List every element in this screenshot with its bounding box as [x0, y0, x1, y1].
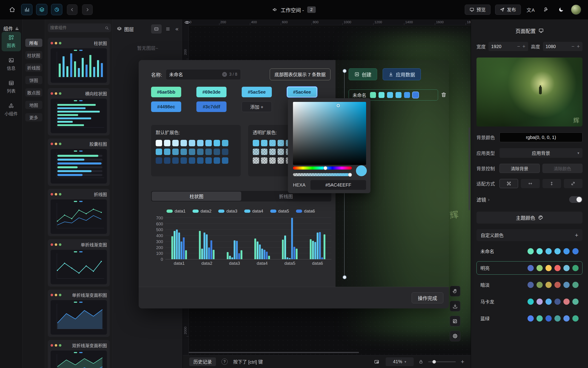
preview-button[interactable]: 预览	[465, 5, 490, 15]
default-ext-color-cell[interactable]	[189, 148, 195, 155]
tab-柱状图[interactable]: 柱状图	[152, 192, 241, 201]
sidebar-item-widgets[interactable]: 小组件	[2, 100, 21, 120]
pie-tool-button[interactable]	[51, 4, 62, 15]
bar[interactable]	[317, 232, 318, 259]
default-ext-color-cell[interactable]	[205, 148, 212, 155]
default-ext-color-cell[interactable]	[172, 148, 179, 155]
add-icon[interactable]: +	[575, 232, 578, 239]
help-icon[interactable]: ?	[221, 359, 228, 365]
height-minus[interactable]: −	[571, 44, 574, 49]
default-ext-color-cell[interactable]	[189, 140, 195, 146]
bar[interactable]	[312, 241, 314, 259]
canvas-vertical-scrollbar[interactable]	[469, 128, 470, 210]
height-stepper[interactable]: 1080 − +	[543, 42, 583, 51]
component-card-line1[interactable]: 单折线渐变图	[48, 239, 110, 286]
bar[interactable]	[231, 257, 233, 259]
apply-data-button[interactable]: 应用数据	[383, 68, 421, 80]
theme-row-未命名[interactable]: 未命名	[477, 245, 582, 258]
bar[interactable]	[314, 242, 316, 259]
category-所有[interactable]: 所有	[25, 39, 42, 47]
bar[interactable]	[319, 232, 321, 259]
bar[interactable]	[287, 257, 288, 259]
bar[interactable]	[234, 240, 235, 259]
bar[interactable]	[293, 247, 295, 259]
sidebar-item-info[interactable]: 信息	[2, 55, 21, 74]
default-ext-color-cell[interactable]	[156, 157, 162, 164]
edit-button[interactable]	[450, 316, 460, 326]
custom-color-row[interactable]: 自定义颜色 +	[477, 229, 582, 241]
category-折线图[interactable]: 折线图	[25, 64, 42, 72]
transparent-ext-color-cell[interactable]	[269, 148, 276, 155]
transparent-ext-color-cell[interactable]	[269, 157, 276, 164]
legend-item-data6[interactable]: data6	[296, 208, 315, 214]
history-button[interactable]: 历史记录	[189, 358, 216, 366]
transparent-ext-color-cell[interactable]	[278, 157, 284, 164]
zoom-slider[interactable]	[428, 361, 456, 362]
sidebar-item-charts[interactable]: 图表	[2, 32, 21, 51]
delete-theme-button[interactable]	[441, 92, 447, 98]
legend-item-data5[interactable]: data5	[270, 208, 289, 214]
bar[interactable]	[206, 234, 208, 259]
height-plus[interactable]: +	[577, 44, 580, 49]
bg-color-value[interactable]: rgba(0, 0, 0, 1)	[499, 132, 582, 142]
color-swatch-6ae5bb[interactable]: #6ae5bb	[151, 87, 181, 97]
transparent-ext-color-cell[interactable]	[278, 148, 284, 155]
theme-color-chip[interactable]	[413, 92, 418, 98]
default-ext-color-cell[interactable]	[189, 157, 195, 164]
bar[interactable]	[185, 250, 187, 259]
tools-button[interactable]	[541, 4, 551, 15]
legend-item-data2[interactable]: data2	[192, 208, 212, 214]
transparent-ext-color-cell[interactable]	[253, 140, 259, 146]
clear-background-button[interactable]: 清除背景	[499, 164, 540, 173]
zoom-in-button[interactable]: +	[461, 358, 464, 365]
component-card-line2[interactable]: 折线图	[48, 189, 110, 236]
forward-button[interactable]	[82, 4, 93, 15]
default-ext-color-cell[interactable]	[214, 148, 220, 155]
alpha-handle[interactable]	[348, 173, 352, 177]
zoom-slider-knob[interactable]	[433, 360, 436, 363]
default-ext-color-cell[interactable]	[197, 148, 204, 155]
default-ext-color-cell[interactable]	[181, 157, 187, 164]
width-stepper[interactable]: 1920 − +	[488, 42, 528, 51]
transparent-ext-color-cell[interactable]	[261, 140, 267, 146]
bar[interactable]	[266, 252, 268, 259]
clear-input-icon[interactable]: ✕	[222, 72, 227, 77]
category-散点图[interactable]: 散点图	[25, 88, 42, 97]
operation-done-button[interactable]: 操作完成	[412, 292, 443, 303]
dark-mode-button[interactable]	[556, 4, 566, 15]
bar[interactable]	[229, 256, 231, 259]
legend-item-data3[interactable]: data3	[218, 208, 237, 214]
component-card-area1[interactable]: 单折线渐变面积图	[48, 290, 110, 337]
fit-width-button[interactable]	[521, 179, 540, 188]
layer-thumb-view-button[interactable]	[151, 24, 162, 34]
download-button[interactable]	[450, 301, 460, 312]
component-card-capsule[interactable]: 胶囊柱图	[48, 138, 110, 186]
default-ext-color-cell[interactable]	[164, 148, 170, 155]
theme-color-chip[interactable]	[387, 92, 393, 98]
bar[interactable]	[208, 248, 210, 259]
color-swatch-5ac5ee[interactable]: #5ac5ee	[242, 87, 272, 97]
bar[interactable]	[181, 241, 182, 259]
search-input[interactable]	[50, 26, 103, 30]
default-ext-color-cell[interactable]	[181, 148, 187, 155]
default-ext-color-cell[interactable]	[222, 157, 228, 164]
width-minus[interactable]: −	[517, 44, 520, 49]
bar[interactable]	[291, 218, 293, 259]
default-ext-color-cell[interactable]	[156, 148, 162, 155]
default-ext-color-cell[interactable]	[205, 157, 212, 164]
settings-button[interactable]	[450, 331, 460, 341]
bar[interactable]	[199, 231, 201, 259]
bar[interactable]	[284, 236, 286, 259]
bar[interactable]	[324, 234, 326, 259]
filter-toggle[interactable]	[569, 196, 582, 203]
color-swatch-4498ec[interactable]: #4498ec	[151, 101, 181, 112]
legend-item-data4[interactable]: data4	[244, 208, 263, 214]
default-ext-color-cell[interactable]	[172, 140, 179, 146]
saturation-area[interactable]	[293, 102, 366, 165]
hue-handle[interactable]	[323, 166, 327, 170]
avatar[interactable]	[571, 5, 581, 15]
color-swatch-3c7ddf[interactable]: #3c7ddf	[196, 101, 226, 112]
default-ext-color-cell[interactable]	[205, 140, 212, 146]
zoom-lock-icon[interactable]	[419, 359, 423, 364]
default-ext-color-cell[interactable]	[164, 140, 170, 146]
